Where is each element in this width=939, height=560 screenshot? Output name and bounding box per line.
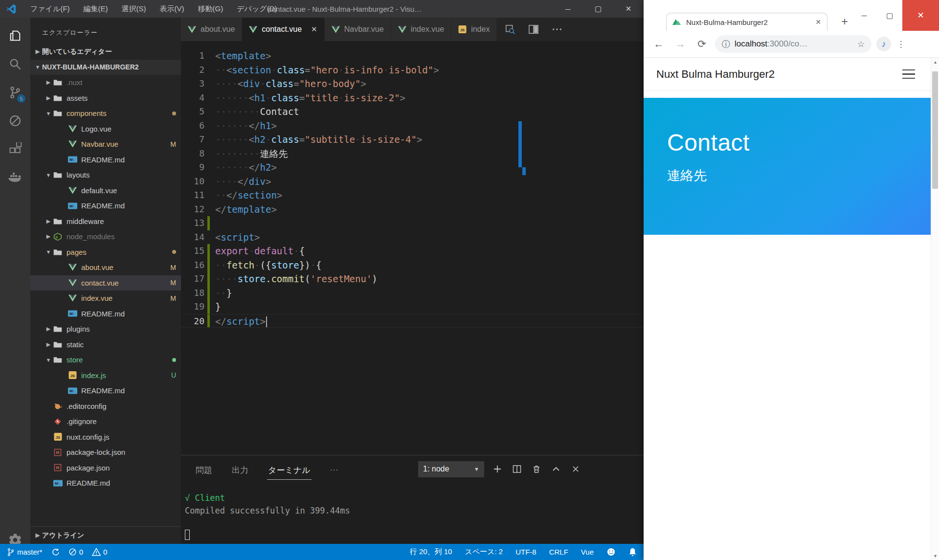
plus-icon[interactable]: [493, 465, 502, 473]
extension-icon[interactable]: ♪: [876, 37, 891, 51]
reload-button[interactable]: ⟳: [693, 38, 710, 50]
close-button[interactable]: ✕: [613, 0, 644, 18]
tree-item[interactable]: M↓README.md: [30, 306, 181, 322]
tree-item[interactable]: ▶.nuxt: [30, 75, 181, 90]
menu-item[interactable]: 表示(V): [154, 2, 190, 16]
search-icon[interactable]: [0, 50, 30, 78]
code-text: ··}: [210, 286, 644, 300]
tree-item[interactable]: Navbar.vueM: [30, 136, 181, 152]
scrollbar-thumb[interactable]: [932, 71, 938, 189]
panel-tab-ターミナル[interactable]: ターミナル: [267, 458, 312, 481]
split-editor-icon[interactable]: [528, 24, 539, 35]
tab-Navbar.vue[interactable]: Navbar.vue: [325, 18, 391, 41]
status-item[interactable]: 行 20、列 10: [410, 547, 452, 557]
maximize-button[interactable]: ▢: [583, 0, 613, 18]
sync-icon[interactable]: [51, 548, 60, 556]
info-icon[interactable]: ⓘ: [722, 39, 730, 50]
code-editor[interactable]: 1<template>2··<section·class="hero·is-in…: [181, 49, 644, 372]
chevron-up-icon[interactable]: [552, 465, 560, 473]
item-label: store: [67, 356, 83, 364]
bell-icon[interactable]: [628, 547, 637, 557]
tree-item[interactable]: contact.vueM: [30, 275, 181, 291]
chevron-right-icon: ▶: [44, 95, 53, 101]
tree-item[interactable]: ▶middleware: [30, 214, 181, 229]
more-actions-icon[interactable]: [552, 27, 562, 32]
new-tab-button[interactable]: +: [841, 15, 848, 28]
tab-index.vue[interactable]: index.vue: [391, 18, 452, 41]
tree-item[interactable]: .gitignore: [30, 414, 181, 429]
status-item[interactable]: スペース: 2: [465, 547, 503, 557]
trash-icon[interactable]: [532, 465, 541, 473]
tree-item[interactable]: ▼pages: [30, 245, 181, 260]
tree-item[interactable]: about.vueM: [30, 260, 181, 275]
debug-icon[interactable]: [0, 107, 30, 135]
outline-section[interactable]: ▶ アウトライン: [30, 526, 181, 544]
files-icon[interactable]: [0, 22, 30, 50]
tree-item[interactable]: ▶plugins: [30, 321, 181, 337]
split-panel-icon[interactable]: [513, 465, 521, 473]
tree-item[interactable]: .editorconfig: [30, 399, 181, 414]
browser-tab[interactable]: Nuxt-Bulma-Hamburger2 ✕: [666, 13, 827, 31]
tree-item[interactable]: M↓README.md: [30, 152, 181, 168]
folder-icon: [53, 340, 63, 349]
menu-item[interactable]: 編集(E): [78, 2, 114, 16]
tree-item[interactable]: JSindex.jsU: [30, 368, 181, 383]
tab-index[interactable]: JSindex: [451, 18, 497, 41]
tree-item[interactable]: ▼components: [30, 106, 181, 121]
panel-tab-問題[interactable]: 問題: [195, 458, 213, 481]
status-item[interactable]: CRLF: [549, 548, 568, 556]
hamburger-menu-icon[interactable]: [899, 67, 918, 82]
tree-item[interactable]: default.vue: [30, 183, 181, 199]
tree-item[interactable]: M↓README.md: [30, 475, 181, 491]
close-icon[interactable]: [571, 465, 580, 473]
status-item[interactable]: Vue: [581, 548, 594, 556]
menu-item[interactable]: 移動(G): [192, 2, 229, 16]
explorer-section[interactable]: ▼NUXT-BULMA-HAMBURGER2: [30, 60, 181, 75]
panel-tab-···[interactable]: ···: [329, 458, 339, 480]
tab-close-icon[interactable]: ✕: [815, 18, 821, 26]
page-scrollbar[interactable]: ▲ ▼: [931, 58, 939, 560]
tree-item[interactable]: ▶static: [30, 337, 181, 353]
tree-item[interactable]: Logo.vue: [30, 121, 181, 137]
tree-item[interactable]: ▶assets: [30, 90, 181, 106]
smiley-icon[interactable]: [606, 547, 616, 557]
panel-tab-出力[interactable]: 出力: [231, 458, 249, 481]
status-item[interactable]: UTF-8: [515, 548, 537, 556]
tree-item[interactable]: ▼layouts: [30, 167, 181, 183]
browser-menu-icon[interactable]: ⋮: [896, 39, 906, 49]
tree-item[interactable]: index.vueM: [30, 291, 181, 306]
bookmark-star-icon[interactable]: ☆: [857, 39, 865, 49]
branch-icon[interactable]: master*: [7, 548, 43, 557]
browser-maximize-button[interactable]: ▢: [877, 0, 902, 31]
extensions-icon[interactable]: [0, 135, 30, 163]
tree-item[interactable]: JSnuxt.config.js: [30, 429, 181, 445]
forward-button[interactable]: →: [672, 38, 689, 50]
minimize-button[interactable]: ─: [553, 0, 583, 18]
terminal-selector[interactable]: 1: node▼: [418, 461, 484, 477]
tab-about.vue[interactable]: about.vue: [181, 18, 242, 41]
menu-item[interactable]: ファイル(F): [24, 2, 76, 16]
tree-item[interactable]: M↓README.md: [30, 198, 181, 214]
source-control-icon[interactable]: 5: [0, 78, 30, 107]
tab-contact.vue[interactable]: contact.vue✕: [242, 18, 324, 41]
scroll-up-icon[interactable]: ▲: [931, 58, 939, 66]
open-preview-icon[interactable]: [505, 24, 515, 35]
tree-item[interactable]: ▶jsnode_modules: [30, 229, 181, 245]
tree-item[interactable]: ▼store: [30, 352, 181, 368]
tab-close-icon[interactable]: ✕: [311, 25, 317, 34]
tree-item[interactable]: M↓README.md: [30, 383, 181, 399]
address-bar[interactable]: ⓘ localhost:3000/co… ☆: [715, 35, 872, 53]
docker-icon[interactable]: [0, 163, 30, 192]
tree-item[interactable]: package-lock.json: [30, 445, 181, 460]
warning-icon[interactable]: 0: [92, 548, 107, 556]
browser-close-button[interactable]: ✕: [902, 0, 939, 31]
back-button[interactable]: ←: [650, 38, 667, 50]
terminal-output[interactable]: √ Client Compiled successfully in 399.44…: [181, 483, 644, 543]
browser-minimize-button[interactable]: ─: [851, 0, 877, 31]
tree-item[interactable]: package.json: [30, 460, 181, 476]
scroll-down-icon[interactable]: ▼: [931, 552, 939, 560]
tab-label: index.vue: [411, 25, 445, 34]
explorer-section[interactable]: ▶開いているエディター: [30, 44, 181, 60]
menu-item[interactable]: 選択(S): [116, 2, 152, 16]
error-icon[interactable]: 0: [68, 548, 83, 556]
